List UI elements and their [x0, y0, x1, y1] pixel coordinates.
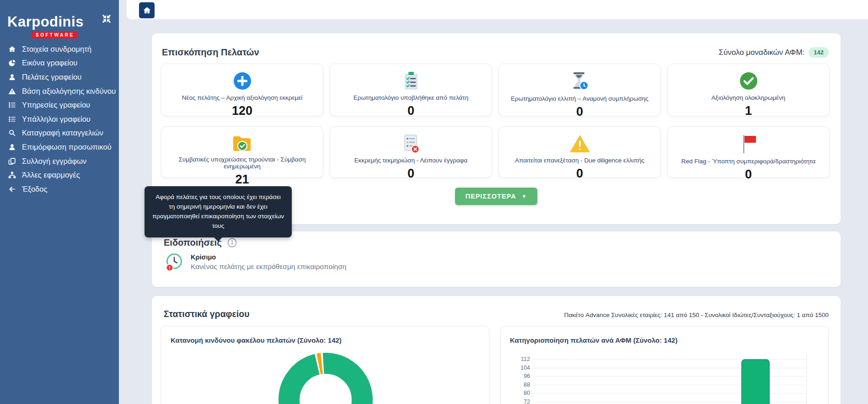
sidebar-item-label: Υπάλληλοι γραφείου [22, 115, 91, 124]
home-button[interactable] [139, 2, 155, 18]
info-icon[interactable] [227, 238, 237, 248]
tooltip-text: Αφορά πελάτες για τους οποίους έχει περά… [152, 194, 284, 229]
afm-count-badge: 142 [809, 47, 829, 58]
y-tick: 104 [512, 365, 530, 371]
card-label: Νέος πελάτης – Αρχική αξιολόγηση εκκρεμε… [177, 94, 307, 101]
donut-chart[interactable] [279, 353, 373, 404]
card-missing-documents[interactable]: Εκκρεμής τεκμηριώση - Λέιπουν έγγραφα 0 [330, 126, 492, 178]
notifications-title: Ειδοποιήσεις [164, 237, 222, 248]
sidebar-item-label: Στοιχεία συνδρομητή [22, 45, 91, 54]
afm-categorization-chart-card: Κατηγοριοποίηση πελατών ανά ΑΦΜ (Σύνολο:… [500, 326, 829, 404]
check-circle-icon [739, 71, 758, 91]
sidebar-item-label: Βάση αξιολόγησης κινδύνου [22, 87, 116, 96]
card-questionnaire-submitted[interactable]: Ερωτηματολόγιο υποβλήθηκε από πελάτη 0 [330, 64, 492, 116]
sidebar-item-office-services[interactable]: Υπηρεσίες γραφείου [0, 98, 119, 112]
card-questionnaire-incomplete[interactable]: Ερωτηματολόγιο ελλιπή – Αναμονή συμπλήρω… [498, 64, 661, 116]
afm-label: Σύνολο μοναδικών ΑΦΜ: [718, 48, 804, 57]
office-statistics-panel: Στατιστικά γραφείου Πακέτο Advance Συνολ… [152, 296, 841, 404]
sidebar-item-label: Άλλες εφαρμογές [22, 171, 80, 179]
sidebar-item-label: Υπηρεσίες γραφείου [22, 101, 90, 109]
task-list-icon [8, 101, 16, 109]
card-value: 120 [232, 104, 252, 118]
notification-message: Κανένας πελάτης με εκπρόθεσμη επικαιροπο… [191, 263, 346, 271]
sidebar-item-subscriber-info[interactable]: Στοιχεία συνδρομητή [0, 42, 119, 56]
card-label: Αξιολόγηση ολοκληρωμένη [707, 94, 790, 101]
sidebar-item-document-collection[interactable]: Συλλογή εγγράφων [0, 154, 119, 168]
arrow-left-icon [8, 185, 16, 193]
hourglass-clock-icon [570, 71, 590, 92]
sidebar-item-label: Επιμόρφωση προσωπικού [22, 143, 112, 151]
notification-item: Κρίσιμο Κανένας πελάτης με εκπρόθεσμη επ… [165, 253, 346, 272]
y-tick: 88 [512, 382, 530, 388]
user-icon [8, 73, 16, 81]
card-contract-up-to-date[interactable]: Συμβατικές υποχρεώσεις τηρούνται - Σύμβα… [161, 126, 323, 178]
bar-chart-title: Κατηγοριοποίηση πελατών ανά ΑΦΜ (Σύνολο:… [510, 336, 677, 344]
sidebar-item-label: Πελάτες γραφείου [22, 73, 81, 81]
bar-chart[interactable]: 112 104 96 88 80 72 [510, 353, 821, 404]
sidebar-item-complaints-log[interactable]: Καταγραφή καταγγελιών [0, 126, 119, 140]
plus-circle-icon [233, 71, 252, 91]
logo-badge: SOFTWARE [32, 32, 77, 38]
more-button[interactable]: ΠΕΡΙΣΣΟΤΕΡΑ ▼ [455, 188, 537, 205]
card-new-client-pending[interactable]: Νέος πελάτης – Αρχική αξιολόγηση εκκρεμε… [161, 64, 323, 116]
card-value: 21 [235, 172, 249, 187]
warning-triangle-icon [569, 134, 590, 153]
sitemap-icon [8, 171, 16, 179]
donut-chart-title: Κατανομή κινδύνου φακέλου πελατών (Σύνολ… [171, 336, 342, 344]
sidebar-item-label: Εικόνα γραφείου [22, 59, 77, 67]
info-tooltip: Αφορά πελάτες για τους οποίους έχει περά… [145, 186, 292, 237]
plot-right-axis [806, 353, 807, 404]
card-value: 0 [407, 104, 414, 118]
sidebar-nav: Στοιχεία συνδρομητή Εικόνα γραφείου Πελά… [0, 42, 119, 196]
sidebar: Karpodinis SOFTWARE Στοιχεία συνδρομητή … [0, 0, 119, 404]
y-tick: 72 [512, 399, 530, 404]
card-value: 0 [407, 167, 414, 181]
y-tick: 80 [512, 390, 530, 396]
compress-icon [101, 13, 113, 25]
logo-text: Karpodinis [7, 14, 84, 30]
topbar [127, 0, 868, 19]
unique-afm-total: Σύνολο μοναδικών ΑΦΜ: 142 [718, 47, 829, 58]
statistics-title: Στατιστικά γραφείου [164, 309, 250, 319]
card-value: 0 [576, 167, 583, 181]
sidebar-item-risk-assessment-base[interactable]: Βάση αξιολόγησης κινδύνου [0, 84, 119, 98]
sidebar-collapse-button[interactable] [101, 13, 113, 25]
chevron-down-icon: ▼ [522, 194, 527, 199]
card-label: Red Flag - Ύποπτη συμπεριφορά/δραστηριότ… [677, 158, 820, 165]
card-label: Απαιτείται επανεξέταση - Due diligence ε… [510, 157, 649, 164]
sidebar-item-logout[interactable]: Έξοδος [0, 182, 119, 196]
overview-title: Επισκόπηση Πελατών [162, 47, 259, 58]
package-info: Πακέτο Advance Συνολικές εταιρίες: 141 α… [564, 312, 829, 318]
card-assessment-complete[interactable]: Αξιολόγηση ολοκληρωμένη 1 [667, 64, 830, 116]
card-red-flag[interactable]: Red Flag - Ύποπτη συμπεριφορά/δραστηριότ… [667, 126, 830, 178]
folder-check-icon [232, 134, 252, 152]
card-label: Εκκρεμής τεκμηριώση - Λέιπουν έγγραφα [350, 157, 472, 164]
y-tick: 112 [512, 356, 530, 362]
questionnaire-submitted-icon [403, 71, 419, 91]
warning-triangle-icon [8, 87, 16, 95]
document-missing-icon [403, 134, 419, 153]
card-review-required[interactable]: Απαιτείται επανεξέταση - Due diligence ε… [498, 126, 661, 178]
red-flag-icon [741, 134, 756, 154]
card-label: Ερωτηματολόγιο ελλιπή – Αναμονή συμπλήρω… [506, 95, 653, 102]
sidebar-item-office-employees[interactable]: Υπάλληλοι γραφείου [0, 112, 119, 126]
sidebar-item-other-apps[interactable]: Άλλες εφαρμογές [0, 168, 119, 182]
notifications-panel: Ειδοποιήσεις Κρίσιμο Κανένας πελάτης με … [152, 232, 841, 287]
card-label: Συμβατικές υποχρεώσεις τηρούνται - Σύμβα… [161, 156, 323, 170]
sidebar-item-label: Καταγραφή καταγγελιών [22, 129, 103, 137]
card-value: 0 [576, 105, 583, 119]
more-button-label: ΠΕΡΙΣΣΟΤΕΡΑ [465, 193, 516, 200]
card-value: 1 [745, 104, 752, 118]
copy-icon [8, 157, 16, 165]
app-logo[interactable]: Karpodinis SOFTWARE [7, 14, 84, 38]
sidebar-item-office-clients[interactable]: Πελάτες γραφείου [0, 70, 119, 84]
home-icon [8, 45, 16, 53]
bar-segment[interactable] [741, 359, 770, 404]
overdue-clock-icon [165, 253, 184, 272]
sidebar-item-label: Έξοδος [22, 185, 47, 194]
task-list-icon [8, 115, 16, 123]
sidebar-item-staff-training[interactable]: Επιμόρφωση προσωπικού [0, 140, 119, 154]
y-tick: 96 [512, 373, 530, 379]
home-icon [143, 6, 151, 15]
sidebar-item-office-overview[interactable]: Εικόνα γραφείου [0, 56, 119, 70]
